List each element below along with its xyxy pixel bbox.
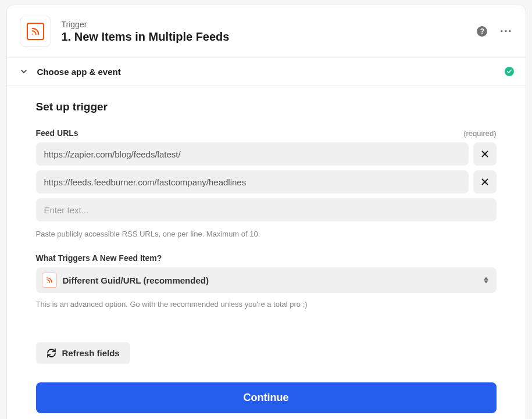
trigger-mode-help: This is an advanced option. Go with the … (36, 300, 497, 309)
refresh-icon (47, 348, 56, 358)
help-icon[interactable]: ? (477, 26, 487, 37)
remove-url-button[interactable] (473, 170, 497, 194)
feed-url-row (36, 142, 497, 166)
card-header: Trigger 1. New Items in Multiple Feeds ?… (7, 5, 526, 58)
close-icon (480, 149, 490, 159)
rss-icon (42, 273, 57, 288)
feed-urls-label: Feed URLs (36, 128, 78, 138)
setup-body: Set up trigger Feed URLs (required) (7, 85, 526, 419)
trigger-mode-value: Different Guid/URL (recommended) (63, 275, 209, 285)
rss-icon (27, 23, 44, 40)
feed-url-input[interactable] (36, 170, 469, 194)
trigger-mode-label-row: What Triggers A New Feed Item? (36, 253, 497, 263)
header-eyebrow: Trigger (62, 20, 467, 29)
header-title: 1. New Items in Multiple Feeds (62, 30, 467, 44)
more-menu-icon[interactable]: ··· (500, 26, 512, 38)
feed-url-input-empty[interactable] (36, 198, 497, 221)
feed-urls-help: Paste publicly accessible RSS URLs, one … (36, 230, 497, 238)
accordion-title: Choose app & event (37, 67, 497, 77)
trigger-mode-label: What Triggers A New Feed Item? (36, 253, 162, 263)
feed-url-row (36, 170, 497, 194)
trigger-card: Trigger 1. New Items in Multiple Feeds ?… (6, 5, 526, 419)
close-icon (480, 177, 490, 187)
refresh-fields-label: Refresh fields (62, 348, 120, 358)
section-heading: Set up trigger (36, 101, 497, 113)
check-badge-icon (505, 67, 514, 76)
accordion-choose-app[interactable]: Choose app & event (7, 58, 526, 85)
select-caret-icon (484, 277, 488, 284)
feed-url-input[interactable] (36, 142, 469, 166)
header-titles: Trigger 1. New Items in Multiple Feeds (62, 20, 467, 44)
refresh-fields-button[interactable]: Refresh fields (36, 342, 130, 364)
feed-urls-label-row: Feed URLs (required) (36, 128, 497, 138)
chevron-down-icon (19, 66, 29, 77)
header-actions: ? ··· (477, 26, 512, 38)
app-icon (20, 16, 51, 47)
svg-point-5 (47, 282, 48, 283)
svg-point-0 (32, 34, 33, 35)
required-text: (required) (463, 129, 496, 138)
continue-button[interactable]: Continue (36, 382, 497, 413)
remove-url-button[interactable] (473, 142, 497, 166)
trigger-mode-select[interactable]: Different Guid/URL (recommended) (36, 267, 497, 293)
